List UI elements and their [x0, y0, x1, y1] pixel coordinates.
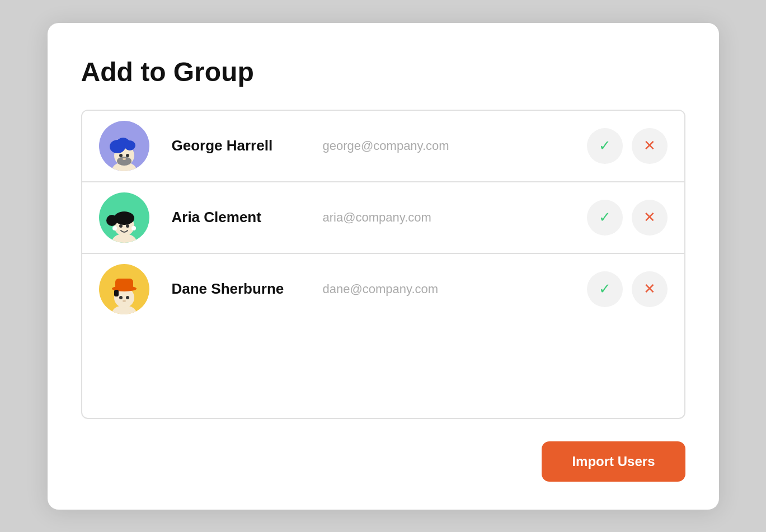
user-email: george@company.com	[323, 139, 449, 153]
modal-footer: Import Users	[81, 441, 685, 482]
table-row: Dane Sherburne dane@company.com ✓ ✕	[82, 254, 684, 324]
add-to-group-modal: Add to Group	[48, 23, 719, 510]
accept-button[interactable]: ✓	[587, 128, 623, 164]
user-name: Dane Sherburne	[172, 280, 295, 298]
svg-point-5	[124, 140, 135, 150]
table-row: Aria Clement aria@company.com ✓ ✕	[82, 182, 684, 254]
avatar-aria	[99, 192, 149, 243]
svg-point-23	[126, 296, 129, 299]
user-email: dane@company.com	[323, 282, 439, 296]
avatar-george	[99, 121, 149, 171]
user-list: George Harrell george@company.com ✓ ✕	[81, 110, 685, 419]
reject-button[interactable]: ✕	[632, 271, 668, 307]
user-name: Aria Clement	[172, 209, 295, 226]
svg-point-15	[119, 224, 123, 228]
svg-point-13	[112, 226, 117, 230]
svg-point-11	[114, 211, 134, 225]
avatar	[99, 264, 149, 314]
user-info: George Harrell george@company.com	[172, 137, 587, 154]
user-info: Aria Clement aria@company.com	[172, 209, 587, 226]
avatar-dane	[99, 264, 149, 314]
action-buttons: ✓ ✕	[587, 200, 668, 236]
modal-title: Add to Group	[81, 57, 685, 87]
svg-point-16	[126, 224, 129, 228]
avatar	[99, 121, 149, 171]
svg-rect-21	[114, 290, 119, 296]
action-buttons: ✓ ✕	[587, 271, 668, 307]
svg-rect-20	[115, 279, 133, 290]
reject-button[interactable]: ✕	[632, 128, 668, 164]
accept-button[interactable]: ✓	[587, 271, 623, 307]
svg-point-14	[131, 226, 136, 230]
table-row: George Harrell george@company.com ✓ ✕	[82, 111, 684, 182]
reject-button[interactable]: ✕	[632, 200, 668, 236]
svg-point-7	[126, 154, 129, 157]
svg-point-12	[106, 215, 118, 226]
user-email: aria@company.com	[323, 210, 431, 225]
svg-point-6	[119, 154, 123, 157]
action-buttons: ✓ ✕	[587, 128, 668, 164]
svg-point-24	[123, 300, 126, 302]
import-users-button[interactable]: Import Users	[542, 441, 685, 482]
accept-button[interactable]: ✓	[587, 200, 623, 236]
avatar	[99, 192, 149, 243]
user-info: Dane Sherburne dane@company.com	[172, 280, 587, 298]
svg-point-8	[123, 158, 126, 160]
user-name: George Harrell	[172, 137, 295, 154]
svg-point-22	[119, 296, 123, 299]
